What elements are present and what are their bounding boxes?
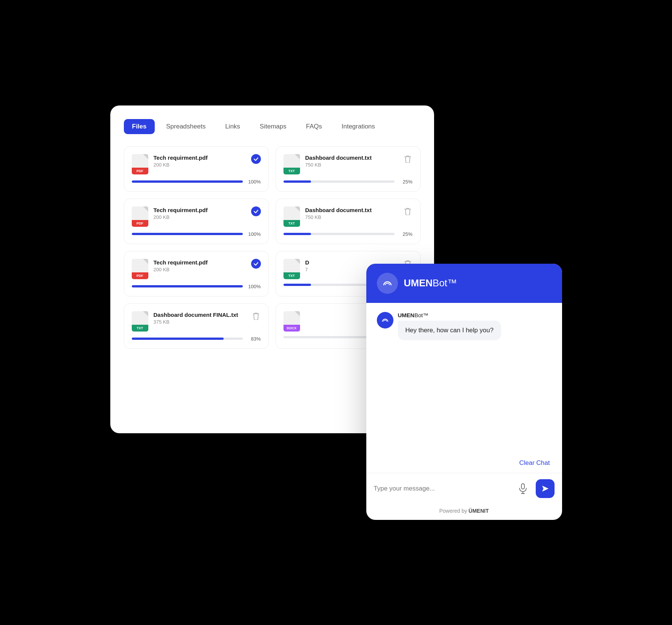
progress-pct: 25%: [398, 231, 413, 237]
file-size: 200 KB: [154, 162, 246, 168]
chat-body: UMENBot™ Hey there, how can I help you?: [366, 303, 562, 458]
chat-input-row: [366, 473, 562, 504]
clear-chat-button[interactable]: Clear Chat: [518, 458, 551, 468]
progress-pct: 100%: [247, 179, 261, 185]
file-icon-pdf: PDF: [132, 259, 148, 279]
file-icon-txt: TXT: [283, 206, 300, 227]
file-size: 750 KB: [305, 214, 398, 220]
file-icon-txt: TXT: [132, 311, 148, 332]
chat-footer: Powered by ÜMENIT: [366, 504, 562, 520]
file-icon-docx: DOCX: [283, 311, 300, 332]
file-name: Dashboard document FINAL.txt: [154, 311, 246, 319]
chat-avatar-small: [377, 312, 393, 329]
chat-header: UMENBot™: [366, 264, 562, 303]
svg-rect-0: [521, 484, 524, 489]
tab-faqs[interactable]: FAQs: [298, 119, 331, 134]
file-size: 200 KB: [154, 267, 246, 272]
file-action-check[interactable]: [251, 206, 261, 216]
file-card: PDF Tech requirment.pdf 200 KB 100%: [124, 251, 269, 296]
tab-links[interactable]: Links: [217, 119, 248, 134]
file-action-trash[interactable]: [403, 154, 413, 164]
progress-pct: 100%: [247, 231, 261, 237]
file-icon-txt: TXT: [283, 154, 300, 174]
chat-header-title: UMENBot™: [404, 277, 457, 289]
file-size: 750 KB: [305, 162, 398, 168]
chat-widget: UMENBot™ UMENBot™ Hey there, how can I h…: [366, 264, 562, 520]
file-size: 375 KB: [154, 319, 246, 325]
tab-sitemaps[interactable]: Sitemaps: [251, 119, 295, 134]
file-action-check[interactable]: [251, 259, 261, 269]
chat-message-row: UMENBot™ Hey there, how can I help you?: [377, 312, 552, 340]
chat-bubble: Hey there, how can I help you?: [398, 321, 501, 340]
chat-bot-name: UMENBot™: [398, 312, 501, 318]
clear-chat-row: Clear Chat: [366, 458, 562, 473]
progress-pct: 83%: [247, 336, 261, 342]
tab-files[interactable]: Files: [124, 119, 155, 134]
file-name: Dashboard document.txt: [305, 154, 398, 162]
mic-button[interactable]: [515, 480, 531, 497]
chat-avatar-large: [377, 273, 398, 294]
file-name: Dashboard document.txt: [305, 206, 398, 214]
progress-pct: 25%: [398, 179, 413, 185]
file-icon-pdf: PDF: [132, 154, 148, 174]
chat-message-input[interactable]: [374, 485, 510, 492]
file-card: PDF Tech requirment.pdf 200 KB 100%: [124, 146, 269, 192]
file-icon-pdf: PDF: [132, 206, 148, 227]
file-icon-txt: TXT: [283, 259, 300, 279]
file-action-check[interactable]: [251, 154, 261, 164]
tab-spreadsheets[interactable]: Spreadsheets: [158, 119, 214, 134]
file-card: TXT Dashboard document.txt 750 KB 25%: [276, 199, 421, 244]
tab-integrations[interactable]: Integrations: [333, 119, 383, 134]
file-card: PDF Tech requirment.pdf 200 KB 100%: [124, 199, 269, 244]
file-name: Tech requirment.pdf: [154, 259, 246, 266]
file-card: TXT Dashboard document FINAL.txt 375 KB …: [124, 303, 269, 349]
file-name: Tech requirment.pdf: [154, 154, 246, 162]
file-name: Tech requirment.pdf: [154, 206, 246, 214]
tabs-container: Files Spreadsheets Links Sitemaps FAQs I…: [124, 119, 421, 134]
file-action-trash[interactable]: [251, 311, 261, 321]
file-card: TXT Dashboard document.txt 750 KB 25%: [276, 146, 421, 192]
file-action-trash[interactable]: [403, 206, 413, 216]
progress-pct: 100%: [247, 284, 261, 289]
file-size: 200 KB: [154, 214, 246, 220]
send-button[interactable]: [536, 479, 555, 498]
